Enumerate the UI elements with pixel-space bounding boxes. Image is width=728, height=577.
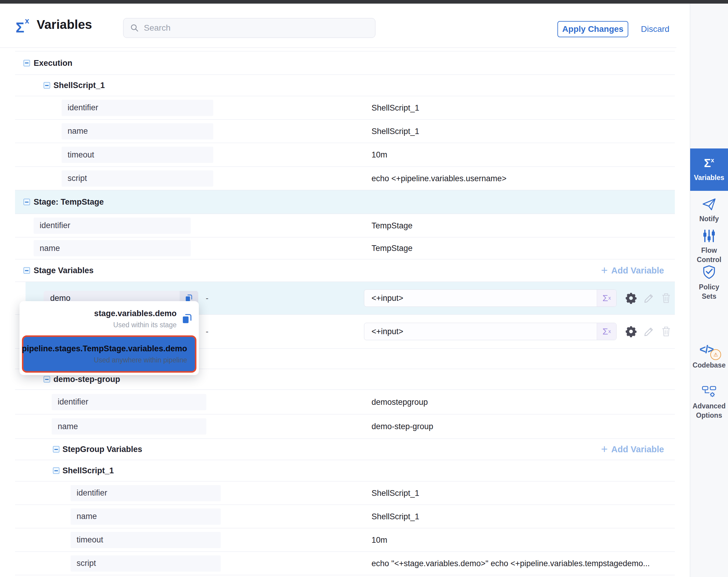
collapse-icon[interactable] (23, 60, 30, 67)
field-value: ShellScript_1 (371, 103, 419, 112)
settings-button[interactable] (625, 292, 637, 304)
variable-type-placeholder: - (206, 294, 208, 303)
sidebar-item-label: Variables (691, 173, 727, 182)
collapse-icon[interactable] (44, 82, 50, 89)
sidebar-item-label: Notify (691, 214, 727, 224)
kv-row-identifier: identifier ShellScript_1 (15, 481, 675, 505)
add-variable-button[interactable]: + Add Variable (601, 266, 664, 276)
collapse-icon[interactable] (23, 199, 30, 205)
apply-changes-button[interactable]: Apply Changes (557, 21, 628, 37)
field-label: name (34, 240, 191, 256)
search-box[interactable] (123, 18, 375, 38)
delete-button[interactable] (661, 326, 672, 337)
field-value: 10m (371, 535, 387, 545)
field-value: echo "<+stage.variables.demo>" echo <+pi… (371, 559, 650, 568)
field-value: ShellScript_1 (371, 488, 419, 498)
variable-value-field[interactable]: <+input> Σx (364, 290, 617, 307)
section-row-execution: Execution (15, 51, 675, 75)
gear-icon (625, 325, 637, 338)
section-row-shellscript: ShellScript_1 (15, 460, 675, 481)
collapse-icon[interactable] (44, 376, 50, 382)
section-label: demo-step-group (53, 375, 120, 384)
edit-button[interactable] (643, 293, 655, 304)
field-label: identifier (34, 218, 191, 234)
sidebar-item-notify[interactable]: Notify (690, 197, 728, 224)
field-label: timeout (61, 147, 213, 163)
field-label: identifier (52, 394, 206, 410)
section-label: Execution (34, 58, 72, 68)
sidebar-item-flow-control[interactable]: Flow Control (690, 229, 728, 265)
kv-row-name: name ShellScript_1 (15, 505, 675, 528)
field-label: script (71, 555, 221, 572)
row-actions (625, 325, 672, 338)
section-row-stage-tempstage: Stage: TempStage (15, 190, 675, 214)
kv-row-timeout: timeout 10m (15, 528, 675, 552)
section-label: StepGroup Variables (62, 445, 142, 454)
variable-expression-popup: stage.variables.demo Used within its sta… (20, 301, 199, 375)
expression-option-stage-scope[interactable]: stage.variables.demo Used within its sta… (20, 303, 199, 334)
field-value: ShellScript_1 (371, 127, 419, 136)
search-icon (130, 23, 139, 32)
copy-icon[interactable] (181, 313, 193, 325)
expression-option-pipeline-scope-highlighted[interactable]: pipeline.stages.TempStage.variables.demo… (22, 335, 197, 373)
trash-icon (661, 326, 672, 337)
collapse-icon[interactable] (53, 467, 59, 474)
pencil-icon (643, 326, 655, 337)
section-label: ShellScript_1 (53, 81, 105, 90)
section-label: Stage: TempStage (34, 197, 104, 207)
expression-toggle-button[interactable]: Σx (597, 323, 616, 340)
field-label: script (61, 170, 213, 186)
delete-button[interactable] (661, 293, 672, 304)
field-label: timeout (71, 532, 221, 548)
kv-row-identifier: identifier ShellScript_1 (15, 96, 675, 120)
sidebar-item-label: Policy Sets (691, 282, 727, 301)
sidebar-item-variables[interactable]: Σx Variables (690, 148, 728, 191)
sidebar-item-label: Advanced Options (691, 401, 727, 420)
sidebar-item-advanced-options[interactable]: Advanced Options (690, 385, 728, 420)
kv-row-script: script echo "<+stage.variables.demo>" ec… (15, 552, 675, 575)
collapse-icon[interactable] (23, 267, 30, 274)
plus-icon: + (601, 265, 607, 276)
settings-button[interactable] (625, 325, 637, 338)
section-row-stepgroup-variables: StepGroup Variables + Add Variable (15, 439, 675, 460)
field-label: name (71, 508, 221, 525)
variable-value-field[interactable]: <+input> Σx (364, 323, 617, 340)
field-value: ShellScript_1 (371, 512, 419, 521)
section-row-shellscript: ShellScript_1 (15, 75, 675, 96)
kv-row-script: script echo <+pipeline.variables.usernam… (15, 167, 675, 190)
discard-button[interactable]: Discard (641, 22, 670, 37)
plus-icon: + (601, 443, 607, 455)
variable-type-placeholder: - (206, 327, 208, 336)
expression-toggle-button[interactable]: Σx (597, 290, 616, 306)
pencil-icon (643, 293, 655, 304)
field-value: 10m (371, 150, 387, 159)
sliders-icon (702, 229, 716, 243)
edit-button[interactable] (643, 326, 655, 337)
field-label: identifier (61, 100, 213, 116)
variables-sigma-icon: Σx (704, 157, 714, 169)
shield-check-icon (702, 265, 716, 279)
field-label: name (61, 123, 213, 140)
section-label: Stage Variables (34, 266, 94, 275)
section-row-stage-variables: Stage Variables + Add Variable (15, 259, 675, 282)
variables-panel: Σx Variables Apply Changes Discard Execu… (0, 0, 728, 577)
sidebar-item-codebase[interactable]: </> ⚠ Codebase (690, 343, 728, 370)
field-value: demostepgroup (371, 397, 428, 407)
sidebar-item-label: Flow Control (691, 246, 727, 265)
paper-plane-icon (702, 197, 716, 211)
field-label: identifier (71, 485, 221, 501)
sidebar-item-policy-sets[interactable]: Policy Sets (690, 265, 728, 301)
row-actions (625, 292, 672, 304)
collapse-icon[interactable] (53, 446, 59, 453)
field-value: echo <+pipeline.variables.username> (371, 174, 506, 183)
add-variable-label: Add Variable (611, 445, 664, 454)
warning-badge-icon: ⚠ (710, 349, 721, 360)
search-input[interactable] (143, 23, 355, 33)
window-top-bar (0, 0, 728, 4)
kv-row-name: name TempStage (15, 237, 675, 259)
add-variable-button[interactable]: + Add Variable (601, 444, 664, 455)
kv-row-name: name ShellScript_1 (15, 120, 675, 143)
kv-row-timeout: timeout 10m (15, 143, 675, 167)
field-value: demo-step-group (371, 422, 433, 431)
right-sidebar: Σx Variables Notify Flow Control (690, 4, 728, 577)
